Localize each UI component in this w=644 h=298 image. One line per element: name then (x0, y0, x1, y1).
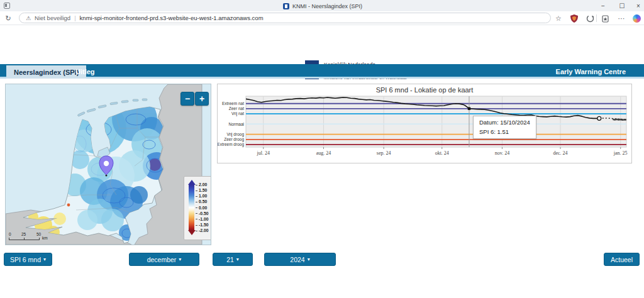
adblock-shield-icon[interactable] (568, 11, 580, 25)
scale-end-label: 50 (36, 232, 41, 236)
legend-tick-label: 1.00 (196, 194, 209, 198)
x-axis-label: nov. 24 (495, 150, 509, 156)
x-axis-label: dec. 24 (553, 150, 567, 156)
url-text: knmi-spi-monitor-frontend-prd.s3-website… (80, 14, 264, 21)
map-panel[interactable]: − + 2.001.501.000.500.00-0.50-1.00-1.50-… (5, 84, 211, 245)
favorites-star-icon[interactable]: ☆ (552, 11, 565, 25)
actueel-button[interactable]: Actueel (604, 253, 640, 266)
current-date-marker (597, 116, 601, 120)
map-zoom-out-button[interactable]: − (180, 92, 194, 106)
month-dropdown[interactable]: december ▾ (129, 253, 199, 266)
collections-icon[interactable] (599, 11, 612, 25)
y-axis-label: Zeer nat (229, 106, 244, 111)
address-divider: | (74, 14, 75, 21)
year-dropdown-label: 2024 (290, 256, 304, 263)
x-axis-label: sep. 24 (377, 150, 391, 156)
legend-tick-label: -0.50 (196, 211, 209, 216)
map-color-legend: 2.001.501.000.500.00-0.50-1.00-1.50-2.00 (184, 176, 211, 240)
map-zoom-in-button[interactable]: + (195, 92, 209, 106)
browser-essentials-icon[interactable] (584, 11, 596, 25)
tooltip-date: Datum: 15/10/2024 (479, 118, 530, 128)
knmi-favicon-icon (283, 3, 289, 9)
y-axis-label: Extreem nat (222, 101, 244, 106)
day-dropdown-label: 21 (226, 256, 234, 263)
minimize-button[interactable]: − (594, 0, 613, 11)
tab-workspaces-icon[interactable] (4, 3, 10, 9)
index-dropdown-label: SPI 6 mnd (10, 256, 41, 263)
y-axis-label: Normaal (228, 122, 244, 126)
day-dropdown[interactable]: 21 ▾ (213, 253, 253, 266)
legend-tick-label: 2.00 (196, 182, 209, 187)
map-scale-bar: 0 25 50 km (9, 232, 49, 240)
legend-tick-label: -1.00 (196, 217, 209, 221)
month-dropdown-label: december (147, 256, 177, 263)
copilot-icon[interactable] (630, 11, 643, 25)
netherlands-spi-map[interactable] (6, 84, 211, 245)
screen: KNMI - Neerslagindex (SPI) − ☐ × ↻ ⚠ Nie… (0, 0, 644, 298)
legend-tick-labels: 2.001.501.000.500.00-0.50-1.00-1.50-2.00 (196, 182, 209, 233)
refresh-icon[interactable]: ↻ (2, 11, 14, 25)
y-axis-label: Extreem droog (218, 142, 244, 147)
x-axis-label: jan. 25 (613, 150, 628, 156)
index-dropdown[interactable]: SPI 6 mnd ▾ (4, 253, 52, 266)
close-button[interactable]: × (629, 0, 644, 11)
legend-arrow-bottom (188, 230, 196, 235)
selected-point-marker (468, 108, 470, 110)
warning-icon: ⚠ (26, 15, 31, 21)
legend-tick-label: 1.50 (196, 188, 209, 192)
browser-tab[interactable]: KNMI - Neerslagindex (SPI) (277, 1, 369, 11)
tooltip-value: SPI 6: 1.51 (479, 128, 530, 137)
settings-menu-icon[interactable]: ⋯ (615, 11, 628, 25)
chart-tooltip: Datum: 15/10/2024 SPI 6: 1.51 (473, 116, 536, 139)
security-label[interactable]: Niet beveiligd (35, 14, 70, 21)
y-axis-label: Zeer droog (224, 137, 244, 142)
y-axis-label: Vrij droog (226, 132, 244, 137)
tab-neerslagindex[interactable]: Neerslagindex (SPI) (6, 65, 86, 79)
caret-down-icon: ▾ (236, 257, 239, 262)
scale-unit-label: km (42, 236, 48, 240)
browser-toolbar: ↻ ⚠ Niet beveiligd | knmi-spi-monitor-fr… (0, 11, 644, 25)
legend-gradient-bar (189, 185, 194, 230)
site-header: Koninklijk Nederlands Meteorologisch Ins… (0, 25, 644, 60)
main-nav: Neerslagindex (SPI) Uitleg Early Warning… (0, 64, 644, 79)
caret-down-icon: ▾ (179, 257, 181, 262)
year-dropdown[interactable]: 2024 ▾ (264, 253, 336, 266)
legend-tick-label: -2.00 (196, 228, 209, 233)
early-warning-centre-label: Early Warning Centre (556, 64, 626, 79)
scale-start-label: 0 (9, 232, 11, 236)
caret-down-icon: ▾ (308, 257, 310, 262)
tab-title: KNMI - Neerslagindex (SPI) (292, 3, 362, 9)
y-axis-label: Vrij nat (231, 111, 244, 116)
legend-tick-label: 0.00 (196, 206, 209, 210)
legend-arrow-top (188, 180, 196, 185)
series-line-fuzz (613, 119, 626, 120)
x-axis-label: jul. 24 (257, 150, 270, 156)
scale-mid-label: 25 (21, 232, 26, 236)
tab-uitleg[interactable]: Uitleg (75, 64, 95, 79)
spi-chart-panel: SPI 6 mnd - Lokatie op de kaart jul. 24a… (217, 84, 632, 163)
legend-tick-label: -1.50 (196, 223, 209, 227)
toolbar-divider (596, 14, 597, 22)
x-axis-label: okt. 24 (435, 150, 449, 156)
browser-tab-strip: KNMI - Neerslagindex (SPI) − ☐ × (0, 0, 644, 11)
legend-tick-label: 0.50 (196, 199, 209, 204)
spi-chart-svg[interactable]: jul. 24aug. 24sep. 24okt. 24nov. 24dec. … (218, 84, 631, 163)
address-bar[interactable]: ⚠ Niet beveiligd | knmi-spi-monitor-fron… (19, 13, 551, 23)
x-axis-label: aug. 24 (316, 150, 331, 156)
caret-down-icon: ▾ (43, 257, 46, 262)
